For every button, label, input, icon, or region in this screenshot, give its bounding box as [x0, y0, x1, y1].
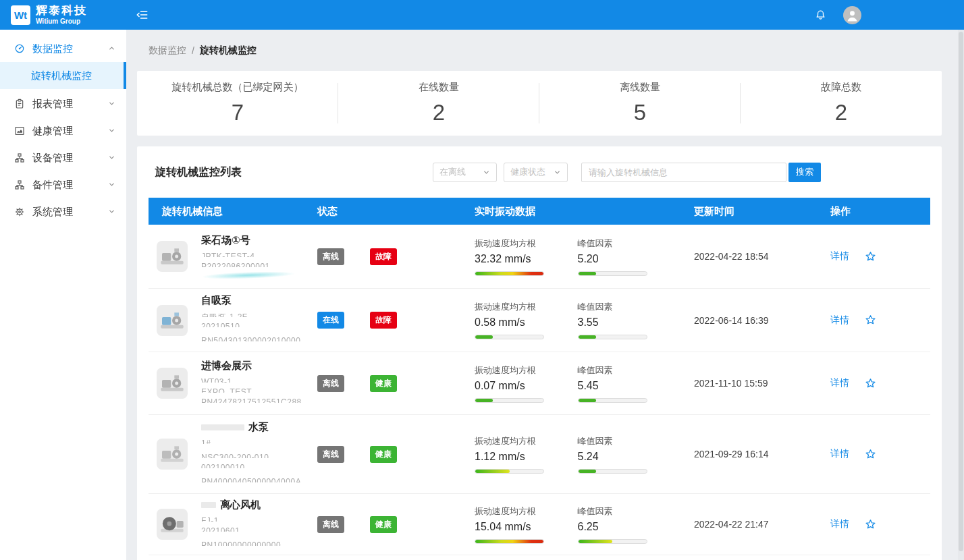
person-icon — [843, 6, 861, 24]
sidebar-item-reports[interactable]: 报表管理 — [0, 90, 126, 117]
sidebar-item-label: 系统管理 — [32, 206, 108, 219]
crest-value: 3.55 — [578, 316, 681, 329]
favorite-star-icon[interactable] — [864, 448, 877, 461]
machine-serial: PN42478217512551C288 — [201, 397, 302, 403]
sidebar-item-spare-parts[interactable]: 备件管理 — [0, 171, 126, 198]
table-row: 水泵 1# NSC300-200-010 002100010 PN4000040… — [149, 415, 930, 494]
crest-label: 峰值因素 — [578, 505, 681, 517]
user-avatar[interactable] — [843, 6, 861, 24]
crest-bar — [578, 539, 647, 544]
machine-code: 20210510 — [201, 322, 300, 327]
machine-code: 002100010 — [201, 463, 301, 468]
crest-bar — [578, 469, 647, 474]
update-time: 2022-04-22 18:54 — [680, 251, 817, 262]
column-header: 旋转机械信息 — [149, 205, 317, 218]
machine-name: 水泵 — [248, 421, 269, 434]
sidebar-item-label: 设备管理 — [32, 152, 108, 165]
machine-name: 离心风机 — [220, 499, 261, 511]
logo-mark: Wt — [11, 5, 30, 25]
sidebar-item-devices[interactable]: 设备管理 — [0, 144, 126, 171]
machine-code: 1# — [201, 439, 301, 444]
status-badge-health: 健康 — [370, 516, 397, 533]
chevron-down-icon — [108, 181, 115, 190]
page-scrollbar[interactable] — [958, 30, 964, 560]
table-row: 离心风机 FJ-1 20210601 PN10000000000000 离线 健… — [149, 494, 930, 555]
crest-value: 5.20 — [578, 253, 681, 265]
sidebar-item-system[interactable]: 系统管理 — [0, 198, 126, 225]
detail-link[interactable]: 详情 — [830, 518, 849, 530]
company-name-en: Witium Group — [36, 18, 87, 25]
machine-code: 自吸泵-1-2F — [201, 312, 300, 317]
machine-code: WT03-1 — [201, 377, 302, 383]
breadcrumb-parent[interactable]: 数据监控 — [149, 45, 186, 57]
notification-bell-icon[interactable] — [814, 9, 827, 22]
sidebar-item-label: 报表管理 — [32, 98, 108, 111]
detail-link[interactable]: 详情 — [830, 448, 849, 460]
machine-serial: P2022086200001 — [201, 262, 296, 267]
rms-value: 0.58 mm/s — [475, 316, 578, 329]
status-badge-health: 故障 — [370, 248, 397, 265]
stat-value: 5 — [634, 100, 646, 125]
machine-photo — [157, 439, 188, 470]
machine-list-card: 旋转机械监控列表 在离线 健康状态 搜索 旋转机械信息 状态 — [137, 146, 942, 560]
online-filter-select[interactable]: 在离线 — [433, 163, 497, 182]
update-time: 2021-09-29 16:14 — [680, 449, 817, 459]
rms-bar — [475, 539, 544, 544]
breadcrumb-separator: / — [192, 45, 194, 56]
main-area: 数据监控 / 旋转机械监控 旋转机械总数（已绑定网关） 7 在线数量 2 离线数… — [126, 30, 955, 560]
machine-photo — [157, 509, 188, 540]
redacted-text — [201, 502, 216, 508]
column-header: 实时振动数据 — [475, 205, 680, 218]
machine-photo — [157, 241, 188, 272]
sidebar-item-label: 健康管理 — [32, 125, 108, 138]
menu-fold-icon[interactable] — [136, 8, 149, 22]
crest-bar — [578, 398, 647, 403]
crest-label: 峰值因素 — [578, 364, 681, 376]
sidebar-item-data-monitor[interactable]: 数据监控 — [0, 35, 126, 62]
crest-value: 5.24 — [578, 451, 681, 463]
table-header: 旋转机械信息 状态 实时振动数据 更新时间 操作 — [149, 198, 930, 225]
pump-image — [159, 370, 186, 397]
detail-link[interactable]: 详情 — [830, 377, 849, 389]
rms-value: 32.32 mm/s — [475, 253, 578, 265]
rms-label: 振动速度均方根 — [475, 237, 578, 250]
stat-faults: 故障总数 2 — [741, 71, 942, 136]
pump-image — [159, 441, 186, 468]
crest-value: 5.45 — [578, 380, 681, 392]
sidebar-item-health[interactable]: 健康管理 — [0, 117, 126, 144]
search-input[interactable] — [581, 163, 786, 182]
machine-serial: RN504301300002010000 — [201, 336, 300, 341]
detail-link[interactable]: 详情 — [830, 250, 849, 262]
chevron-down-icon — [483, 169, 490, 176]
sidebar-item-rotating-machinery[interactable]: 旋转机械监控 — [0, 62, 126, 89]
table-row: 进博会展示 WT03-1 EXPO_TEST PN42478217512551C… — [149, 352, 930, 415]
stat-online: 在线数量 2 — [338, 71, 539, 136]
favorite-star-icon[interactable] — [864, 377, 877, 390]
redaction-smudge — [201, 271, 296, 281]
fan-image — [159, 511, 186, 538]
scrollbar-thumb[interactable] — [959, 32, 963, 551]
detail-link[interactable]: 详情 — [830, 314, 849, 327]
chevron-down-icon — [108, 154, 115, 163]
favorite-star-icon[interactable] — [864, 314, 877, 327]
favorite-star-icon[interactable] — [864, 518, 877, 531]
stat-total: 旋转机械总数（已绑定网关） 7 — [137, 71, 338, 136]
list-title: 旋转机械监控列表 — [155, 165, 242, 179]
favorite-star-icon[interactable] — [864, 250, 877, 263]
stat-value: 2 — [835, 100, 847, 125]
crest-bar — [578, 335, 647, 339]
crest-value: 6.25 — [578, 521, 681, 533]
stat-label: 旋转机械总数（已绑定网关） — [172, 81, 304, 94]
machine-code: NSC300-200-010 — [201, 453, 301, 458]
device-tree-icon — [14, 152, 25, 163]
rms-label: 振动速度均方根 — [475, 364, 578, 376]
machine-code: EXPO_TEST — [201, 387, 302, 393]
update-time: 2022-06-14 16:39 — [680, 315, 817, 326]
gear-icon — [14, 206, 25, 217]
health-filter-select[interactable]: 健康状态 — [504, 163, 568, 182]
stat-label: 在线数量 — [419, 81, 459, 94]
table-row: 自吸泵 自吸泵-1-2F 20210510 RN5043013000020100… — [149, 289, 930, 352]
sidebar-item-label: 备件管理 — [32, 179, 108, 192]
search-button[interactable]: 搜索 — [788, 163, 821, 182]
crest-label: 峰值因素 — [578, 301, 681, 313]
